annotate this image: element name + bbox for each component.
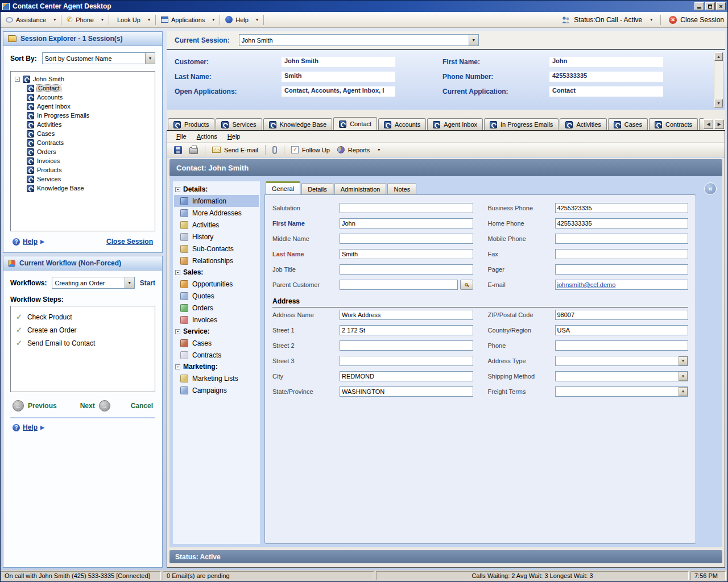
- session-help-link[interactable]: ? Help ▶: [13, 238, 44, 246]
- tree-item-cases[interactable]: Cases: [12, 129, 154, 138]
- zip-postal-code-input[interactable]: [555, 310, 689, 320]
- workflow-step-send-email-to-contact[interactable]: ✓Send Email to Contact: [16, 336, 150, 350]
- next-arrow-icon[interactable]: →: [99, 400, 110, 411]
- nav-item-quotes[interactable]: Quotes: [174, 290, 259, 302]
- close-session-button[interactable]: ✕ Close Session: [669, 16, 724, 24]
- nav-item-contracts[interactable]: Contracts: [174, 349, 259, 361]
- workflow-help-link[interactable]: ? Help ▶: [13, 423, 44, 431]
- app-tab-contracts[interactable]: Contracts: [649, 118, 698, 130]
- last-name-input[interactable]: [340, 249, 473, 259]
- tree-item-products[interactable]: Products: [12, 165, 154, 174]
- nav-item-campaigns[interactable]: Campaigns: [174, 384, 259, 396]
- minimize-button[interactable]: [694, 2, 704, 10]
- nav-item-sub-contacts[interactable]: Sub-Contacts: [174, 243, 259, 255]
- workflow-step-check-product[interactable]: ✓Check Product: [16, 310, 150, 323]
- menu-help[interactable]: Help: [223, 132, 245, 141]
- street-2-input[interactable]: [340, 340, 473, 351]
- nav-group-sales[interactable]: -Sales:: [174, 267, 259, 278]
- app-tab-orders[interactable]: Orders: [699, 118, 704, 130]
- middle-name-input[interactable]: [340, 234, 473, 244]
- country-region-input[interactable]: [555, 325, 689, 335]
- nav-item-orders[interactable]: Orders: [174, 302, 259, 314]
- toolbar-phone-button[interactable]: ✆Phone▾: [65, 15, 105, 24]
- dropdown-arrow-icon[interactable]: ▾: [148, 17, 150, 22]
- tree-item-activities[interactable]: Activities: [12, 120, 154, 129]
- state-province-input[interactable]: [340, 386, 473, 397]
- lookup-button[interactable]: [460, 280, 473, 290]
- toolbar-assistance-button[interactable]: Assistance▾: [4, 15, 57, 24]
- toolbar-help-button[interactable]: Help▾: [224, 15, 260, 24]
- app-tab-cases[interactable]: Cases: [608, 118, 648, 130]
- next-button[interactable]: Next: [80, 402, 95, 410]
- menu-file[interactable]: File: [172, 132, 191, 141]
- nav-item-invoices[interactable]: Invoices: [174, 314, 259, 326]
- collapse-panel-button[interactable]: «: [704, 182, 717, 195]
- nav-item-activities[interactable]: Activities: [174, 219, 259, 231]
- tree-item-accounts[interactable]: Accounts: [12, 93, 154, 102]
- nav-group-marketing[interactable]: -Marketing:: [174, 361, 259, 372]
- current-session-combobox[interactable]: John Smith ▼: [239, 34, 479, 46]
- previous-arrow-icon[interactable]: ←: [13, 400, 24, 411]
- tree-root-john-smith[interactable]: -John Smith: [12, 74, 154, 84]
- attach-button[interactable]: [270, 145, 280, 155]
- close-button[interactable]: ×: [716, 2, 726, 10]
- restore-button[interactable]: [705, 2, 715, 10]
- collapse-expander-icon[interactable]: -: [15, 77, 20, 82]
- salutation-input[interactable]: [340, 203, 473, 213]
- nav-group-service[interactable]: -Service:: [174, 326, 259, 337]
- app-tab-in-progress-emails[interactable]: In Progress Emails: [484, 118, 559, 130]
- form-tab-notes[interactable]: Notes: [387, 183, 416, 194]
- nav-item-relationships[interactable]: Relationships: [174, 255, 259, 267]
- cancel-button[interactable]: Cancel: [131, 402, 153, 410]
- parent-customer-input[interactable]: [340, 280, 458, 290]
- tree-item-contracts[interactable]: Contracts: [12, 138, 154, 147]
- city-input[interactable]: [340, 371, 473, 381]
- window-titlebar[interactable]: Contact Center Agent Desktop ×: [1, 1, 727, 12]
- pager-input[interactable]: [555, 264, 689, 275]
- nav-group-details[interactable]: -Details:: [174, 184, 259, 195]
- form-tab-general[interactable]: General: [266, 181, 300, 194]
- previous-button[interactable]: Previous: [28, 402, 57, 410]
- collapse-expander-icon[interactable]: -: [175, 270, 180, 275]
- tree-item-agent-inbox[interactable]: Agent Inbox: [12, 102, 154, 111]
- collapse-expander-icon[interactable]: -: [175, 187, 180, 192]
- tree-item-invoices[interactable]: Invoices: [12, 156, 154, 165]
- home-phone-input[interactable]: [555, 218, 689, 228]
- tree-item-services[interactable]: Services: [12, 174, 154, 184]
- dropdown-arrow-icon[interactable]: ▼: [679, 387, 688, 396]
- nav-item-information[interactable]: Information: [174, 195, 259, 207]
- workflow-combobox[interactable]: Creating an Order ▼: [52, 277, 134, 289]
- app-tab-contact[interactable]: Contact: [333, 117, 377, 130]
- workflow-step-create-an-order[interactable]: ✓Create an Order: [16, 323, 150, 336]
- status-dropdown-arrow-icon[interactable]: ▾: [650, 17, 652, 22]
- form-tab-details[interactable]: Details: [301, 183, 333, 194]
- phone-input[interactable]: [555, 340, 689, 351]
- sort-by-dropdown-arrow-icon[interactable]: ▼: [145, 53, 155, 64]
- session-dropdown-arrow-icon[interactable]: ▼: [469, 35, 478, 45]
- print-button[interactable]: [187, 144, 201, 155]
- app-tab-knowledge-base[interactable]: Knowledge Base: [263, 118, 333, 130]
- freight-terms-select[interactable]: ▼: [555, 386, 689, 397]
- app-tab-agent-inbox[interactable]: Agent Inbox: [427, 118, 483, 130]
- app-tab-services[interactable]: Services: [216, 118, 262, 130]
- collapse-expander-icon[interactable]: -: [175, 329, 180, 334]
- dropdown-arrow-icon[interactable]: ▼: [679, 356, 688, 365]
- nav-item-cases[interactable]: Cases: [174, 337, 259, 349]
- reports-button[interactable]: Reports ▾: [334, 145, 383, 155]
- app-tab-activities[interactable]: Activities: [560, 118, 606, 130]
- sort-by-combobox[interactable]: Sort by Customer Name ▼: [42, 52, 155, 64]
- agent-status-button[interactable]: Status:On Call - Active ▾: [561, 16, 652, 24]
- dropdown-arrow-icon[interactable]: ▾: [256, 17, 258, 22]
- close-session-link[interactable]: Close Session: [106, 238, 153, 246]
- street-3-input[interactable]: [340, 356, 473, 366]
- fax-input[interactable]: [555, 249, 689, 259]
- business-phone-input[interactable]: [555, 203, 689, 213]
- save-button[interactable]: [171, 145, 185, 155]
- nav-item-marketing-lists[interactable]: Marketing Lists: [174, 372, 259, 384]
- send-email-button[interactable]: Send E-mail: [209, 146, 261, 155]
- tree-item-orders[interactable]: Orders: [12, 147, 154, 156]
- nav-item-more-addresses[interactable]: More Addresses: [174, 207, 259, 219]
- workflow-dropdown-arrow-icon[interactable]: ▼: [125, 277, 134, 288]
- dropdown-arrow-icon[interactable]: ▼: [679, 372, 688, 381]
- menu-actions[interactable]: Actions: [192, 132, 222, 141]
